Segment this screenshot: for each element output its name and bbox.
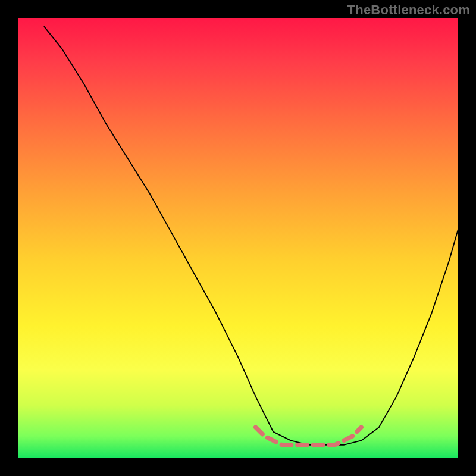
plot-area: [18, 18, 458, 458]
curve-overlay: [18, 18, 458, 458]
black-curve-path: [44, 27, 458, 445]
pink-highlight-path: [256, 427, 362, 445]
watermark-text: TheBottleneck.com: [347, 2, 470, 18]
chart-frame: TheBottleneck.com: [0, 0, 476, 476]
